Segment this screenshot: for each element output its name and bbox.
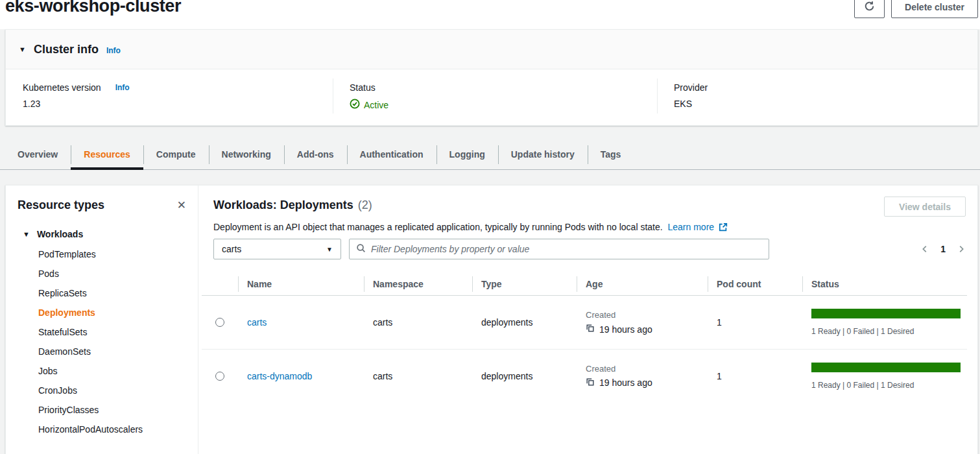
selection-column-header — [202, 272, 238, 295]
cluster-info-header[interactable]: ▼ Cluster info Info — [6, 30, 977, 69]
namespace-cell: carts — [364, 371, 472, 381]
cluster-info-panel: ▼ Cluster info Info Kubernetes version I… — [5, 29, 978, 126]
sidebar-item-daemonsets[interactable]: DaemonSets — [6, 342, 198, 361]
search-icon — [356, 243, 366, 256]
provider-label: Provider — [674, 82, 708, 93]
filter-row: carts ▼ — [213, 239, 977, 259]
status-cell: 1 Ready | 0 Failed | 1 Desired — [802, 309, 967, 336]
tab-tags[interactable]: Tags — [588, 139, 634, 169]
close-icon[interactable]: ✕ — [177, 200, 186, 211]
cluster-info-title: Cluster info — [34, 43, 99, 56]
kubernetes-version-value: 1.23 — [23, 99, 130, 109]
deployments-main: Workloads: Deployments (2) View details … — [198, 185, 977, 454]
tab-authentication[interactable]: Authentication — [347, 139, 436, 169]
name-column-header[interactable]: Name — [238, 272, 364, 295]
kubernetes-version-info-link[interactable]: Info — [115, 83, 130, 92]
tab-overview[interactable]: Overview — [5, 139, 71, 169]
status-bar — [811, 309, 961, 318]
type-cell: deployments — [472, 317, 577, 328]
current-page[interactable]: 1 — [940, 244, 946, 254]
learn-more-link[interactable]: Learn more — [668, 222, 715, 232]
column-divider — [657, 78, 658, 114]
tab-networking[interactable]: Networking — [209, 139, 284, 169]
collapse-caret-icon: ▼ — [19, 45, 26, 53]
status-label: Status — [350, 82, 388, 93]
tab-update-history[interactable]: Update history — [498, 139, 588, 169]
pagination: 1 — [920, 239, 966, 259]
sidebar-item-cronjobs[interactable]: CronJobs — [6, 381, 198, 400]
external-link-icon — [719, 223, 728, 233]
header-actions: Delete cluster — [854, 0, 978, 18]
search-box — [349, 239, 769, 259]
type-column-header[interactable]: Type — [472, 272, 577, 295]
age-cell: Created 19 hours ago — [577, 364, 708, 388]
age-column-header[interactable]: Age — [577, 272, 708, 295]
column-divider — [333, 78, 333, 114]
filter-dropdown-value: carts — [222, 244, 241, 254]
table-row: carts carts deployments Created — [202, 296, 967, 349]
chevron-down-icon: ▼ — [326, 246, 333, 253]
sidebar-item-deployments[interactable]: Deployments — [6, 303, 198, 322]
age-cell: Created 19 hours ago — [577, 310, 708, 335]
status-column-header[interactable]: Status — [802, 272, 967, 295]
next-page-icon[interactable] — [957, 245, 966, 254]
kubernetes-version-label: Kubernetes version Info — [23, 82, 130, 93]
delete-cluster-button[interactable]: Delete cluster — [891, 0, 978, 18]
sidebar-item-statefulsets[interactable]: StatefulSets — [6, 322, 198, 342]
namespace-column-header[interactable]: Namespace — [364, 272, 472, 295]
status-value: Active — [350, 99, 388, 111]
eks-cluster-page: eks-workshop-cluster Delete cluster ▼ Cl… — [0, 0, 980, 454]
sidebar-item-replicasets[interactable]: ReplicaSets — [6, 283, 198, 303]
row-radio-button[interactable] — [215, 372, 224, 381]
type-cell: deployments — [472, 371, 577, 381]
tab-compute[interactable]: Compute — [143, 139, 209, 169]
resource-types-sidebar: Resource types ✕ ▼ Workloads PodTemplate… — [6, 185, 198, 454]
tab-add-ons[interactable]: Add-ons — [284, 139, 347, 169]
pod-count-column-header[interactable]: Pod count — [708, 272, 802, 295]
status-cell: 1 Ready | 0 Failed | 1 Desired — [802, 363, 967, 390]
cluster-tabs: Overview Resources Compute Networking Ad… — [0, 139, 980, 170]
pod-count-cell: 1 — [708, 317, 802, 328]
deployments-description: Deployment is an API object that manages… — [213, 221, 728, 232]
tab-logging[interactable]: Logging — [436, 139, 498, 169]
copy-icon[interactable] — [586, 377, 595, 388]
search-input[interactable] — [371, 244, 762, 254]
resource-type-list: PodTemplates Pods ReplicaSets Deployment… — [6, 245, 198, 439]
deployments-count: (2) — [358, 198, 372, 212]
check-circle-icon — [350, 99, 360, 111]
tab-resources[interactable]: Resources — [71, 139, 143, 169]
page-header: eks-workshop-cluster Delete cluster — [0, 0, 980, 29]
provider-value: EKS — [674, 99, 708, 109]
page-title: eks-workshop-cluster — [5, 0, 181, 16]
sidebar-group-workloads[interactable]: ▼ Workloads — [23, 229, 198, 239]
deployment-link[interactable]: carts — [247, 317, 267, 328]
deployment-link[interactable]: carts-dynamodb — [247, 371, 312, 381]
resource-types-title: Resource types — [18, 198, 104, 212]
sidebar-item-priorityclasses[interactable]: PriorityClasses — [6, 400, 198, 420]
namespace-cell: carts — [364, 317, 472, 328]
filter-dropdown[interactable]: carts ▼ — [213, 239, 341, 259]
pod-count-cell: 1 — [708, 371, 802, 381]
provider-field: Provider EKS — [674, 82, 708, 109]
table-header: Name Namespace Type Age Pod count Status — [202, 272, 967, 296]
sidebar-item-horizontalpodautoscalers[interactable]: HorizontalPodAutoscalers — [6, 420, 198, 439]
sidebar-item-jobs[interactable]: Jobs — [6, 361, 198, 381]
status-bar — [811, 363, 961, 372]
cluster-info-info-link[interactable]: Info — [106, 46, 121, 55]
copy-icon[interactable] — [586, 324, 595, 335]
resources-content: Resource types ✕ ▼ Workloads PodTemplate… — [5, 185, 978, 454]
previous-page-icon[interactable] — [920, 245, 929, 254]
status-field: Status Active — [350, 82, 388, 111]
deployments-title: Workloads: Deployments — [213, 198, 353, 212]
table-row: carts-dynamodb carts deployments Created — [202, 349, 967, 402]
kubernetes-version-field: Kubernetes version Info 1.23 — [23, 82, 130, 109]
refresh-button[interactable] — [854, 0, 885, 18]
refresh-icon — [864, 1, 875, 14]
row-radio-button[interactable] — [215, 318, 224, 327]
sidebar-item-pods[interactable]: Pods — [6, 264, 198, 283]
sidebar-item-podtemplates[interactable]: PodTemplates — [6, 245, 198, 264]
group-caret-icon: ▼ — [23, 230, 30, 238]
deployments-table: Name Namespace Type Age Pod count Status… — [202, 272, 967, 402]
cluster-info-body: Kubernetes version Info 1.23 Status Acti… — [6, 69, 977, 125]
view-details-button[interactable]: View details — [884, 197, 966, 217]
